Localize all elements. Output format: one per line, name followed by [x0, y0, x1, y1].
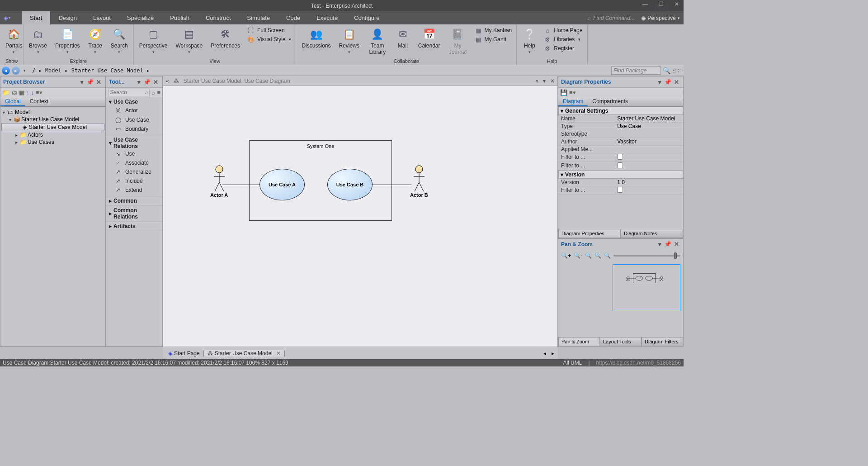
close-button[interactable]: ✕	[672, 0, 682, 8]
tb-boundary[interactable]: ▭Boundary	[109, 124, 160, 133]
zoom-fit-icon[interactable]: 🔍	[585, 252, 592, 259]
canvas-collapse2-icon[interactable]: «	[535, 78, 538, 84]
zoom-out-icon[interactable]: 🔍-	[574, 252, 582, 259]
tb-usecase[interactable]: ◯Use Case	[109, 115, 160, 124]
mykanban-button[interactable]: ▦My Kanban	[474, 26, 513, 34]
prop-row-author[interactable]: AuthorVassitor	[558, 138, 683, 146]
filter2-checkbox[interactable]	[617, 162, 623, 168]
pz-dropdown-icon[interactable]: ▾	[657, 241, 663, 247]
tab-execute[interactable]: Execute	[308, 11, 346, 24]
canvas-dd-icon[interactable]: ▾	[543, 78, 546, 84]
pb-tab-global[interactable]: Global	[0, 97, 25, 106]
tree-node-usecases[interactable]: ▸📁Use Cases	[1, 138, 104, 146]
pb-pin-icon[interactable]: 📌	[85, 79, 95, 86]
use-case-b[interactable]: Use Case B	[327, 169, 373, 200]
pb-menu-icon[interactable]: ≡▾	[36, 89, 42, 96]
tab-publish[interactable]: Publish	[162, 11, 198, 24]
tab-design[interactable]: Design	[50, 11, 85, 24]
dp-menu-icon[interactable]: ≡▾	[569, 89, 576, 96]
panzoom-view[interactable]: 웃웃	[558, 262, 683, 337]
homepage-button[interactable]: ⌂Home Page	[543, 26, 583, 34]
reviews-button[interactable]: 📋Reviews▾	[337, 26, 361, 55]
doc-tab-start[interactable]: ◈Start Page	[165, 350, 203, 357]
search-button[interactable]: 🔍Search▾	[109, 26, 130, 55]
prop-row-applied[interactable]: Applied Me...	[558, 146, 683, 153]
find-package-input[interactable]	[611, 67, 661, 75]
tree-node-actors[interactable]: ▸📁Actors	[1, 131, 104, 138]
portals-button[interactable]: 🏠Portals▾	[4, 26, 24, 55]
tb-sec-relations[interactable]: ▾Use Case Relations	[109, 137, 160, 149]
actor-b[interactable]: Actor B	[410, 165, 428, 198]
pb-new-icon[interactable]: 📁	[2, 89, 9, 96]
canvas-close-icon[interactable]: ✕	[550, 78, 555, 84]
tabs-scroll-right-icon[interactable]: ▸	[548, 350, 558, 357]
tb-include[interactable]: ↗Include	[109, 176, 160, 185]
tb-sec-common-rel[interactable]: ▸Common Relations	[109, 207, 160, 220]
prop-row-type[interactable]: TypeUse Case	[558, 123, 683, 130]
subtab-diagram-notes[interactable]: Diagram Notes	[621, 229, 683, 238]
tb-associate[interactable]: ⟋Associate	[109, 158, 160, 167]
canvas-mode-icon[interactable]: ⁂	[174, 78, 179, 84]
find-pkg-search-icon[interactable]: 🔍	[663, 67, 670, 74]
find-pkg-opt1-icon[interactable]: ⁝⁝	[672, 67, 676, 74]
section-version[interactable]: ▾Version	[558, 171, 683, 179]
libraries-button[interactable]: ⚙Libraries▾	[543, 35, 583, 43]
tab-construct[interactable]: Construct	[198, 11, 239, 24]
subtab-diagram-properties[interactable]: Diagram Properties	[558, 229, 621, 238]
nav-fwd-button[interactable]: ▸	[12, 67, 20, 75]
mygantt-button[interactable]: ▤My Gantt	[474, 35, 513, 43]
tree-node-model[interactable]: ▾🗃Model	[1, 109, 104, 116]
tabs-scroll-left-icon[interactable]: ◂	[542, 350, 548, 357]
dp-dropdown-icon[interactable]: ▾	[657, 79, 663, 86]
register-button[interactable]: ⚙Register	[543, 44, 583, 52]
dp-close-icon[interactable]: ✕	[673, 79, 680, 86]
pb-down-icon[interactable]: ↓	[31, 89, 34, 96]
canvas-collapse-icon[interactable]: «	[166, 78, 169, 84]
pb-newdiag-icon[interactable]: ▦	[19, 89, 24, 96]
discussions-button[interactable]: 👥Discussions	[300, 26, 332, 50]
properties-button[interactable]: 📄Properties▾	[53, 26, 82, 55]
pb-up-icon[interactable]: ↑	[26, 89, 29, 96]
nav-back-button[interactable]: ◂	[2, 67, 10, 75]
use-case-a[interactable]: Use Case A	[259, 169, 305, 200]
minimap[interactable]: 웃웃	[613, 264, 680, 311]
zoom-slider[interactable]	[613, 255, 680, 257]
toolbox-search-input[interactable]	[110, 89, 145, 95]
tab-start[interactable]: Start	[22, 11, 50, 24]
prop-row-stereotype[interactable]: Stereotype	[558, 130, 683, 138]
find-pkg-opt2-icon[interactable]: ∷	[678, 67, 682, 74]
section-general[interactable]: ▾General Settings	[558, 107, 683, 115]
dp-pin-icon[interactable]: 📌	[663, 79, 673, 86]
app-menu-icon[interactable]: ◈▾	[0, 11, 22, 24]
fullscreen-button[interactable]: ⛶Full Screen	[246, 26, 292, 34]
footer-tab-layout[interactable]: Layout Tools	[600, 337, 642, 346]
pb-tab-context[interactable]: Context	[25, 97, 53, 106]
tree-node-starter-pkg[interactable]: ▾📦Starter Use Case Model	[1, 116, 104, 123]
tb-generalize[interactable]: ↗Generalize	[109, 167, 160, 176]
status-alluml[interactable]: All UML	[563, 360, 582, 366]
visualstyle-button[interactable]: 🎨Visual Style▾	[246, 35, 292, 43]
tb-use[interactable]: ↘Use	[109, 149, 160, 158]
teamlib-button[interactable]: 👤Team Library	[366, 26, 389, 56]
tab-configure[interactable]: Configure	[346, 11, 387, 24]
dp-save-icon[interactable]: 💾	[560, 89, 567, 96]
tb-filter-icon[interactable]: ⌕	[151, 89, 155, 96]
zoom-slider-thumb[interactable]	[674, 252, 677, 259]
calendar-button[interactable]: 📅Calendar	[416, 26, 442, 50]
prop-row-name[interactable]: NameStarter Use Case Model	[558, 115, 683, 123]
tree-node-starter-diagram[interactable]: ◈Starter Use Case Model	[1, 123, 104, 131]
tb-extend[interactable]: ↗Extend	[109, 185, 160, 195]
diagram-canvas[interactable]: System One Use Case A Use Case B Actor A…	[163, 86, 557, 347]
prop-row-filter2[interactable]: Filter to ...	[558, 162, 683, 171]
filter1-checkbox[interactable]	[617, 154, 623, 160]
tb-dropdown-icon[interactable]: ▾	[136, 79, 142, 86]
association-a[interactable]	[222, 185, 260, 185]
zoom-100-icon[interactable]: 🔍	[604, 252, 611, 259]
pb-close-icon[interactable]: ✕	[95, 79, 103, 86]
tab-close-icon[interactable]: ✕	[274, 350, 281, 357]
tb-sec-artifacts[interactable]: ▸Artifacts	[109, 223, 160, 229]
minimize-button[interactable]: —	[640, 0, 651, 8]
zoom-in-icon[interactable]: 🔍+	[561, 252, 571, 259]
footer-tab-filters[interactable]: Diagram Filters	[642, 337, 683, 346]
zoom-sel-icon[interactable]: 🔍	[594, 252, 601, 259]
